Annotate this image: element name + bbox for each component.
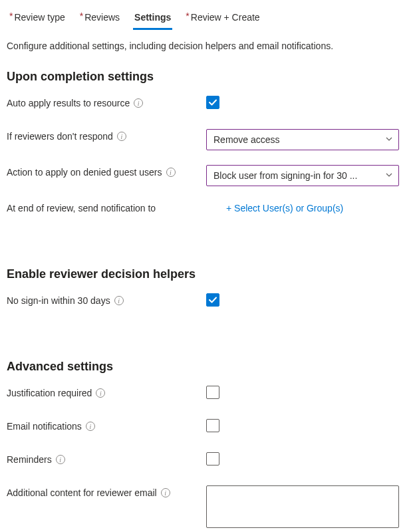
- no-signin-label: No sign-in within 30 days: [7, 295, 110, 306]
- info-icon[interactable]: i: [56, 455, 65, 464]
- tab-label: Review type: [14, 12, 65, 23]
- info-icon[interactable]: i: [86, 422, 95, 431]
- select-value: Remove access: [213, 134, 280, 145]
- info-icon[interactable]: i: [117, 132, 126, 141]
- auto-apply-checkbox[interactable]: [206, 96, 219, 109]
- reminders-label: Reminders: [7, 454, 52, 465]
- select-users-link[interactable]: + Select User(s) or Group(s): [226, 201, 343, 213]
- justification-label: Justification required: [7, 388, 92, 398]
- chevron-down-icon: [385, 170, 393, 181]
- additional-content-label: Additional content for reviewer email: [7, 487, 157, 498]
- info-icon[interactable]: i: [114, 296, 124, 305]
- info-icon[interactable]: i: [96, 388, 105, 398]
- additional-content-textarea[interactable]: [206, 485, 399, 528]
- select-value: Block user from signing-in for 30 ...: [213, 170, 357, 181]
- info-icon[interactable]: i: [161, 488, 170, 497]
- tab-label: Reviews: [84, 12, 120, 23]
- auto-apply-label: Auto apply results to resource: [7, 98, 130, 108]
- tab-reviews[interactable]: *Reviews: [78, 8, 121, 30]
- info-icon[interactable]: i: [134, 98, 143, 108]
- no-respond-select[interactable]: Remove access: [206, 129, 399, 150]
- no-respond-label: If reviewers don't respond: [7, 131, 113, 142]
- denied-guests-select[interactable]: Block user from signing-in for 30 ...: [206, 165, 399, 186]
- tab-review-create[interactable]: *Review + Create: [184, 8, 261, 30]
- tab-label: Review + Create: [191, 12, 260, 23]
- email-notifications-checkbox[interactable]: [206, 419, 219, 432]
- tab-bar: *Review type *Reviews Settings *Review +…: [7, 5, 412, 30]
- section-title-helpers: Enable reviewer decision helpers: [7, 267, 412, 281]
- tab-label: Settings: [134, 12, 171, 23]
- section-title-completion: Upon completion settings: [7, 70, 412, 84]
- justification-checkbox[interactable]: [206, 386, 219, 399]
- tab-review-type[interactable]: *Review type: [8, 8, 67, 30]
- chevron-down-icon: [385, 134, 393, 145]
- email-notifications-label: Email notifications: [7, 421, 82, 432]
- tab-settings[interactable]: Settings: [133, 8, 172, 30]
- no-signin-checkbox[interactable]: [206, 293, 219, 307]
- denied-guests-label: Action to apply on denied guest users: [7, 167, 162, 178]
- reminders-checkbox[interactable]: [206, 452, 219, 466]
- section-title-advanced: Advanced settings: [7, 360, 412, 374]
- notify-label: At end of review, send notification to: [7, 203, 156, 213]
- info-icon[interactable]: i: [166, 168, 176, 177]
- page-description: Configure additional settings, including…: [7, 41, 412, 51]
